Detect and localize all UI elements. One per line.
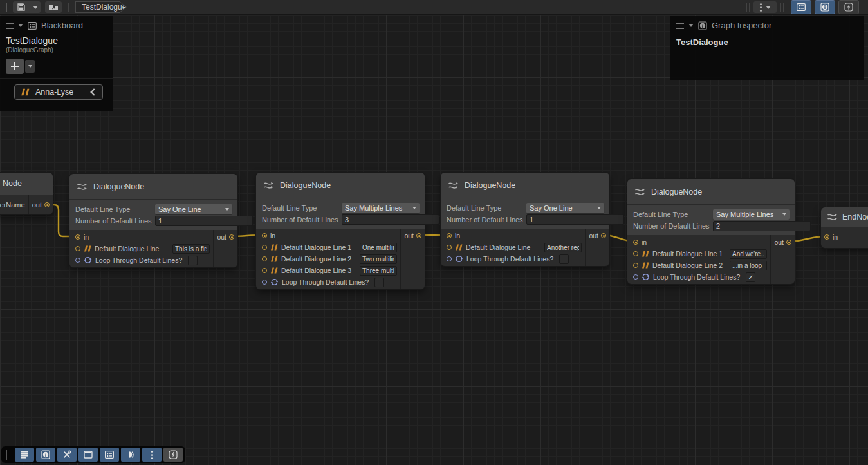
toolbar-drag-handle[interactable] bbox=[6, 3, 10, 12]
node-port-area: in bbox=[821, 227, 868, 248]
chevron-down-icon bbox=[782, 213, 786, 216]
loop-checkbox[interactable]: ✓ bbox=[746, 272, 755, 282]
input-port[interactable] bbox=[633, 240, 638, 245]
dialogue-line-row: Default Dialogue Line 1 bbox=[256, 242, 400, 253]
blackboard-button[interactable] bbox=[100, 448, 119, 462]
blackboard-header[interactable]: Blackboard bbox=[0, 16, 113, 33]
line-type-dropdown[interactable]: Say One Line bbox=[526, 203, 604, 213]
input-port[interactable] bbox=[824, 234, 829, 240]
input-port[interactable] bbox=[75, 234, 80, 240]
node-title-bar[interactable]: DialogueNode bbox=[441, 173, 609, 198]
dialogue-node[interactable]: DialogueNode Default Line Type Say Multi… bbox=[256, 173, 425, 289]
num-lines-field[interactable] bbox=[342, 214, 439, 225]
blackboard-toggle[interactable] bbox=[791, 0, 811, 14]
input-port[interactable] bbox=[262, 233, 267, 238]
dialogue-line-row: Default Dialogue Line 3 bbox=[256, 265, 400, 276]
drag-handle-icon[interactable] bbox=[6, 23, 14, 29]
input-port[interactable] bbox=[447, 233, 452, 238]
line-value-field[interactable] bbox=[360, 254, 397, 264]
end-node[interactable]: EndNode in bbox=[821, 207, 868, 248]
loop-port[interactable] bbox=[447, 256, 452, 261]
out-port-row: out bbox=[214, 231, 237, 243]
chevron-down-icon bbox=[28, 65, 32, 68]
quote-icon bbox=[84, 245, 91, 252]
input-ports: in Default Dialogue Line L bbox=[441, 229, 585, 266]
graph-tab[interactable]: TestDialogue bbox=[75, 1, 127, 13]
add-property-dropdown[interactable] bbox=[25, 60, 35, 73]
loop-checkbox[interactable] bbox=[374, 278, 384, 287]
info-button[interactable] bbox=[36, 448, 55, 462]
tools-icon bbox=[62, 450, 71, 459]
node-title-bar[interactable]: EndNode bbox=[821, 207, 868, 227]
more-button[interactable] bbox=[142, 448, 162, 462]
node-title-bar[interactable]: DialogueNode bbox=[627, 179, 795, 205]
bolt-button[interactable] bbox=[163, 448, 183, 462]
list-button[interactable] bbox=[15, 448, 34, 462]
line-type-dropdown[interactable]: Say Multiple Lines bbox=[342, 203, 420, 213]
line-value-field[interactable] bbox=[360, 266, 397, 276]
line-value-field[interactable] bbox=[730, 261, 767, 270]
window-button[interactable] bbox=[78, 448, 98, 462]
blackboard-asset: TestDialogue (DialogueGraph) bbox=[0, 33, 113, 53]
chevron-left-icon[interactable] bbox=[90, 88, 97, 95]
toolbar-drag-handle[interactable] bbox=[6, 450, 10, 460]
collapse-triangle-icon[interactable] bbox=[18, 24, 23, 27]
save-button[interactable] bbox=[13, 1, 30, 13]
inspector-header[interactable]: Graph Inspector bbox=[670, 16, 864, 33]
line-type-label: Default Line Type bbox=[73, 205, 155, 213]
open-asset-button[interactable] bbox=[45, 1, 62, 13]
line-port[interactable] bbox=[633, 263, 638, 268]
line-value-field[interactable] bbox=[730, 249, 767, 259]
dialogue-node[interactable]: DialogueNode Default Line Type Say One L… bbox=[441, 173, 609, 266]
line-port[interactable] bbox=[75, 246, 80, 251]
node-title-bar[interactable]: DialogueNode bbox=[69, 174, 237, 200]
collapse-triangle-icon[interactable] bbox=[688, 24, 694, 27]
line-value-field[interactable] bbox=[360, 243, 397, 252]
output-port[interactable] bbox=[601, 233, 606, 238]
save-options-button[interactable] bbox=[30, 1, 41, 13]
num-lines-field[interactable] bbox=[526, 214, 624, 225]
loop-port[interactable] bbox=[262, 280, 267, 285]
plus-icon bbox=[11, 62, 19, 70]
line-port[interactable] bbox=[262, 256, 267, 261]
loop-checkbox[interactable] bbox=[188, 256, 198, 265]
num-lines-field[interactable] bbox=[713, 221, 811, 231]
num-lines-label: Number of Default Lines bbox=[631, 222, 713, 230]
start-node[interactable]: Node kerName out bbox=[0, 173, 53, 214]
loop-checkbox[interactable] bbox=[559, 254, 569, 264]
line-type-dropdown[interactable]: Say Multiple Lines bbox=[713, 209, 790, 220]
line-value-field[interactable] bbox=[172, 244, 210, 254]
toolbar-separator bbox=[66, 3, 69, 12]
output-port[interactable] bbox=[44, 202, 50, 207]
output-port[interactable] bbox=[786, 240, 791, 245]
output-port[interactable] bbox=[229, 234, 234, 240]
num-lines-label: Number of Default Lines bbox=[73, 217, 155, 225]
tools-button[interactable] bbox=[57, 448, 77, 462]
drag-handle-icon[interactable] bbox=[676, 23, 684, 29]
add-property-button[interactable] bbox=[6, 59, 24, 74]
crescent-button[interactable] bbox=[121, 448, 140, 462]
blackboard-toolbar bbox=[0, 53, 113, 79]
line-type-row: Default Line Type Say One Line bbox=[73, 204, 234, 214]
graph-tab-inner: TestDialogue bbox=[76, 2, 126, 12]
node-title-bar[interactable]: Node bbox=[0, 173, 53, 195]
num-lines-field[interactable] bbox=[155, 216, 253, 226]
node-title-bar[interactable]: DialogueNode bbox=[256, 173, 425, 198]
line-type-dropdown[interactable]: Say One Line bbox=[155, 204, 232, 214]
line-port[interactable] bbox=[262, 268, 267, 273]
output-port[interactable] bbox=[416, 233, 421, 238]
line-port[interactable] bbox=[262, 245, 267, 250]
in-port-row: in bbox=[821, 231, 868, 243]
inspector-toggle[interactable] bbox=[815, 0, 835, 14]
line-value-field[interactable] bbox=[544, 243, 582, 252]
dialogue-line-row: Default Dialogue Line 1 bbox=[627, 248, 770, 260]
loop-port[interactable] bbox=[75, 258, 80, 263]
loop-port[interactable] bbox=[633, 274, 638, 280]
line-port[interactable] bbox=[447, 245, 452, 250]
bolt-toggle[interactable] bbox=[838, 0, 859, 14]
line-port[interactable] bbox=[633, 251, 638, 256]
dialogue-node[interactable]: DialogueNode Default Line Type Say Multi… bbox=[627, 179, 795, 284]
dialogue-node[interactable]: DialogueNode Default Line Type Say One L… bbox=[69, 174, 237, 267]
more-options-button[interactable] bbox=[753, 1, 777, 13]
speaker-property-field[interactable]: Anna-Lyse bbox=[14, 84, 103, 100]
